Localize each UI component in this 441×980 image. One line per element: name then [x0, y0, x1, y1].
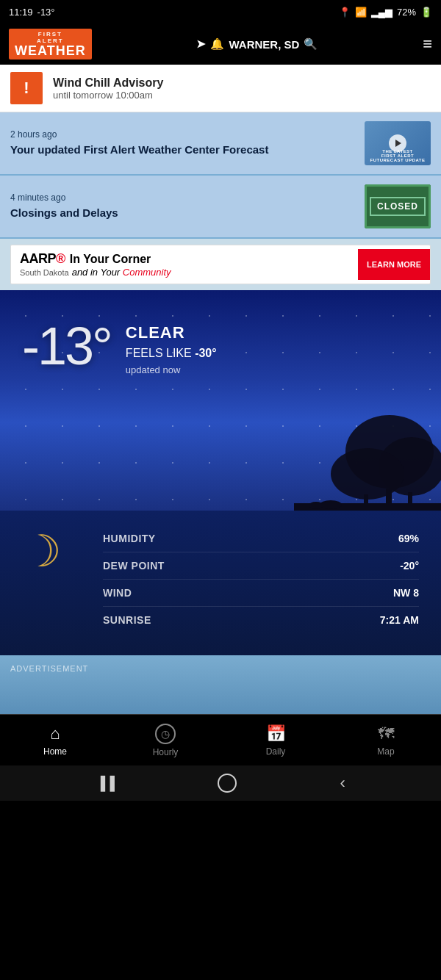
- location-icon: 📍: [339, 7, 351, 18]
- daily-icon: 📅: [266, 724, 286, 743]
- dewpoint-label: DEW POINT: [103, 560, 165, 572]
- news-item-closings[interactable]: 4 minutes ago Closings and Delays CLOSED: [0, 176, 441, 239]
- android-back-button[interactable]: ‹: [340, 774, 345, 793]
- ad-content: AARP® In Your Corner South Dakota and in…: [10, 245, 431, 284]
- wind-value: NW 8: [393, 587, 419, 599]
- ad-sub-brand: South Dakota: [20, 268, 69, 277]
- aarp-logo-text: AARP: [20, 251, 56, 266]
- stats-table: HUMIDITY 69% DEW POINT -20° WIND NW 8 SU…: [103, 525, 419, 633]
- advisory-warning-icon: !: [10, 72, 43, 104]
- bottom-navigation: ⌂ Home ◷ Hourly 📅 Daily 🗺 Map: [0, 714, 441, 765]
- nav-tab-hourly[interactable]: ◷ Hourly: [110, 715, 220, 765]
- weather-stats-panel: ☽ HUMIDITY 69% DEW POINT -20° WIND NW 8 …: [0, 511, 441, 655]
- ad-left-content: AARP® In Your Corner South Dakota and in…: [11, 245, 358, 284]
- ad-tagline-bold: In Your Corner: [70, 253, 151, 266]
- svg-point-8: [309, 502, 323, 509]
- map-icon: 🗺: [378, 724, 394, 743]
- ad-tagline-italic: and in Your Community: [72, 267, 171, 278]
- wind-label: WIND: [103, 587, 132, 599]
- weather-main-panel: -13° CLEAR FEELS LIKE -30° updated now: [0, 290, 441, 511]
- app-header: FIRST ALERT WEATHER ➤ 🔔 WARNER, SD 🔍 ≡: [0, 24, 441, 65]
- tree-silhouette: [294, 408, 441, 511]
- weather-content: -13° CLEAR FEELS LIKE -30° updated now: [0, 290, 441, 397]
- weather-details: CLEAR FEELS LIKE -30° updated now: [126, 320, 217, 375]
- home-label: Home: [43, 746, 67, 757]
- news-title-closings: Closings and Delays: [10, 206, 356, 220]
- news-text-forecast: 2 hours ago Your updated First Alert Wea…: [10, 129, 356, 157]
- advisory-text-block: Wind Chill Advisory until tomorrow 10:00…: [53, 76, 163, 101]
- hourly-label: Hourly: [153, 747, 179, 757]
- logo-first: FIRST: [38, 31, 62, 37]
- dewpoint-value: -20°: [400, 560, 419, 572]
- closed-badge: CLOSED: [370, 197, 426, 216]
- menu-button[interactable]: ≡: [423, 35, 432, 54]
- humidity-label: HUMIDITY: [103, 533, 156, 544]
- learn-more-button[interactable]: LEARN MORE: [358, 249, 430, 280]
- news-time-closings: 4 minutes ago: [10, 192, 356, 203]
- sunrise-value: 7:21 AM: [380, 614, 419, 626]
- ad-label-section: ADVERTISEMENT: [0, 655, 441, 714]
- advisory-title: Wind Chill Advisory: [53, 76, 163, 90]
- daily-label: Daily: [266, 746, 286, 757]
- news-title-forecast: Your updated First Alert Weather Center …: [10, 143, 356, 157]
- condition-text: CLEAR: [126, 323, 217, 342]
- time-display: 11:19: [9, 7, 33, 18]
- home-icon: ⌂: [50, 724, 60, 743]
- sunrise-label: SUNRISE: [103, 614, 151, 626]
- svg-point-2: [331, 448, 404, 500]
- humidity-value: 69%: [398, 533, 419, 544]
- signal-bars: ▂▄▆: [371, 7, 392, 18]
- temp-indicator: -13°: [37, 7, 55, 18]
- feels-like-display: FEELS LIKE -30°: [126, 347, 217, 360]
- news-thumb-closings: CLOSED: [365, 184, 431, 228]
- battery-percent: 72%: [397, 7, 416, 18]
- hourly-icon: ◷: [155, 724, 176, 744]
- location-arrow-icon: ➤: [196, 37, 206, 51]
- logo-weather: WEATHER: [15, 44, 86, 57]
- location-display[interactable]: ➤ 🔔 WARNER, SD 🔍: [99, 37, 415, 51]
- thumb-label-forecast: THE LATESTFIRST ALERTFUTURECAST UPDATE: [370, 149, 425, 162]
- stat-row-dewpoint: DEW POINT -20°: [103, 552, 419, 580]
- map-label: Map: [377, 746, 394, 757]
- stat-row-sunrise: SUNRISE 7:21 AM: [103, 607, 419, 633]
- feels-like-value: -30°: [195, 347, 217, 359]
- stat-row-humidity: HUMIDITY 69%: [103, 525, 419, 552]
- wifi-icon: 📶: [355, 7, 367, 18]
- android-nav-bar: ▐▐ ‹: [0, 765, 441, 801]
- location-text: WARNER, SD: [229, 38, 299, 51]
- news-thumb-forecast: THE LATESTFIRST ALERTFUTURECAST UPDATE: [365, 121, 431, 165]
- feels-like-label: FEELS LIKE: [126, 347, 192, 359]
- updated-text: updated now: [126, 364, 217, 375]
- moon-icon: ☽: [22, 525, 62, 577]
- app-logo: FIRST ALERT WEATHER: [9, 29, 92, 60]
- nav-tab-map[interactable]: 🗺 Map: [331, 715, 441, 765]
- temperature-display: -13°: [22, 320, 111, 372]
- advertisement-label: ADVERTISEMENT: [10, 664, 431, 673]
- advisory-banner[interactable]: ! Wind Chill Advisory until tomorrow 10:…: [0, 65, 441, 112]
- news-time-forecast: 2 hours ago: [10, 129, 356, 140]
- status-bar: 11:19 -13° 📍 📶 ▂▄▆ 72% 🔋: [0, 0, 441, 24]
- android-home-button[interactable]: [218, 774, 237, 793]
- battery-icon: 🔋: [420, 7, 432, 18]
- advisory-subtitle: until tomorrow 10:00am: [53, 90, 163, 101]
- search-icon[interactable]: 🔍: [304, 37, 318, 51]
- aarp-logo: AARP®: [20, 251, 65, 267]
- nav-tab-daily[interactable]: 📅 Daily: [220, 715, 331, 765]
- news-item-forecast[interactable]: 2 hours ago Your updated First Alert Wea…: [0, 112, 441, 176]
- nav-tab-home[interactable]: ⌂ Home: [0, 715, 110, 765]
- notification-bell-icon: 🔔: [210, 37, 224, 51]
- news-text-closings: 4 minutes ago Closings and Delays: [10, 192, 356, 220]
- android-recent-button[interactable]: ▐▐: [96, 776, 115, 791]
- stat-row-wind: WIND NW 8: [103, 580, 419, 607]
- advertisement-banner[interactable]: AARP® In Your Corner South Dakota and in…: [0, 239, 441, 290]
